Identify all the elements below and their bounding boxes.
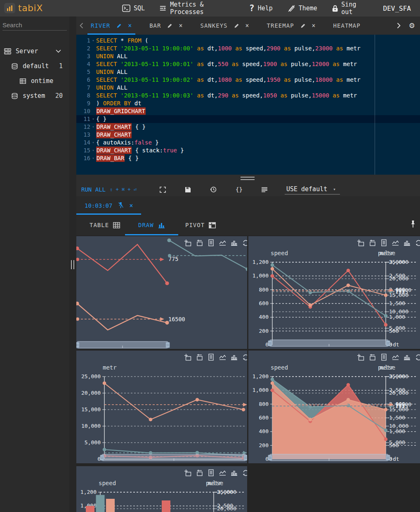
toolbox-bar-chart-switch-icon[interactable]: [231, 471, 237, 476]
tab-pivot[interactable]: PIVOT: [183, 215, 218, 235]
sidebar-item-system[interactable]: system 20: [0, 88, 69, 103]
fullscreen-button[interactable]: [160, 187, 166, 193]
datazoom-handle[interactable]: [268, 341, 272, 346]
toolbox-data-view-icon[interactable]: [382, 240, 386, 246]
toolbox-zoom-reset-icon[interactable]: [370, 239, 375, 246]
history-button[interactable]: [210, 186, 217, 193]
tab-heatmap[interactable]: HEATMAP: [330, 17, 364, 35]
toolbox-zoom-reset-icon[interactable]: [197, 354, 203, 360]
toolbox-line-chart-switch-icon[interactable]: [392, 241, 399, 246]
tab-table[interactable]: TABLE: [87, 215, 123, 235]
toolbox-bar-chart-switch-icon[interactable]: [404, 356, 410, 360]
splitter-drag-handle[interactable]: [71, 260, 76, 270]
edit-icon[interactable]: [300, 23, 306, 28]
toolbox-restore-icon[interactable]: [416, 355, 420, 360]
app-logo[interactable]: tabiX: [4, 3, 43, 13]
pin-results-button[interactable]: [410, 220, 416, 230]
wordwrap-button[interactable]: [262, 187, 267, 192]
tab-river[interactable]: RIVER ×: [87, 17, 135, 35]
toolbox-line-chart-switch-icon[interactable]: [219, 356, 226, 360]
lock-icon: [332, 5, 338, 12]
use-database-dropdown[interactable]: USE default ▾: [285, 185, 340, 194]
svg-text:dt: dt: [393, 456, 399, 462]
format-button[interactable]: {}: [236, 186, 243, 193]
lines-icon: [262, 187, 267, 192]
chevron-down-icon[interactable]: [56, 50, 61, 53]
datazoom-slider[interactable]: [100, 454, 247, 461]
divider-drag-handle[interactable]: [241, 177, 255, 181]
edit-icon[interactable]: [116, 23, 122, 28]
sidebar-item-label: ontime: [31, 77, 53, 85]
svg-text:5,000: 5,000: [85, 439, 101, 446]
unpin-icon[interactable]: [118, 202, 124, 209]
close-icon[interactable]: ×: [179, 22, 183, 29]
toolbox-restore-icon[interactable]: [416, 240, 420, 246]
edit-icon[interactable]: [167, 23, 172, 28]
datazoom-slider[interactable]: [268, 454, 390, 461]
toolbox-bar-chart-switch-icon[interactable]: [231, 356, 237, 360]
menu-item-theme[interactable]: Theme: [288, 5, 317, 12]
pivot-icon: [209, 222, 216, 228]
menu-item-metrics[interactable]: Metrics & Processes: [160, 1, 234, 16]
toolbox-zoom-reset-icon[interactable]: [197, 469, 203, 476]
tab-treemap[interactable]: TREEMAP ×: [264, 17, 319, 35]
run-toolbar: RUN ALL ⇧ + ⌘ + ⏎ {} USE default ▾: [76, 183, 420, 196]
gear-icon[interactable]: ⚙: [409, 21, 415, 30]
datazoom-handle[interactable]: [100, 455, 104, 460]
result-tab[interactable]: 10:03:07 ×: [76, 196, 141, 215]
vertical-splitter: [69, 17, 76, 512]
toolbox-restore-icon[interactable]: [243, 355, 247, 360]
toolbox-select-zoom-icon[interactable]: [184, 469, 191, 476]
sidebar-item-server[interactable]: Server: [0, 44, 69, 59]
save-button[interactable]: [185, 187, 191, 193]
run-all-button[interactable]: RUN ALL: [81, 186, 106, 193]
sidebar-item-ontime[interactable]: ontime: [0, 73, 69, 88]
close-icon[interactable]: ×: [128, 22, 132, 29]
datazoom-handle[interactable]: [76, 342, 79, 348]
toolbox-bar-chart-switch-icon[interactable]: [404, 241, 410, 246]
menu-item-help[interactable]: ? Help: [249, 3, 273, 13]
svg-text:15,000: 15,000: [81, 406, 101, 412]
close-icon[interactable]: ×: [245, 22, 250, 29]
datazoom-handle[interactable]: [244, 455, 247, 460]
datazoom-handle[interactable]: [386, 341, 390, 346]
toolbox-select-zoom-icon[interactable]: [357, 354, 364, 360]
menu-item-sql[interactable]: SQL: [122, 5, 145, 12]
tab-draw[interactable]: DRAW: [136, 215, 168, 235]
datazoom-handle[interactable]: [166, 342, 170, 348]
toolbox-data-view-icon[interactable]: [209, 354, 213, 360]
datazoom-slider[interactable]: [268, 340, 390, 346]
toolbox-bar-chart-switch-icon[interactable]: [231, 241, 237, 246]
toolbox-line-chart-switch-icon[interactable]: [392, 356, 399, 360]
toolbox-select-zoom-icon[interactable]: [184, 354, 191, 360]
tab-bar[interactable]: BAR ×: [146, 17, 186, 35]
toolbox-data-view-icon[interactable]: [382, 354, 386, 360]
code-line-3: 3UNION ALL: [76, 52, 420, 60]
close-icon[interactable]: ×: [129, 202, 133, 209]
toolbox-line-chart-switch-icon[interactable]: [219, 471, 226, 476]
draw-charts-area: 77516500 02004006008001,0001,20005001,00…: [76, 235, 420, 512]
toolbox-zoom-reset-icon[interactable]: [370, 354, 375, 360]
toolbox-data-view-icon[interactable]: [209, 470, 213, 476]
toolbox-restore-icon[interactable]: [243, 240, 247, 246]
scroll-right-icon[interactable]: [397, 23, 401, 28]
toolbox-data-view-icon[interactable]: [209, 240, 213, 246]
edit-icon[interactable]: [234, 23, 239, 28]
scroll-left-icon[interactable]: [80, 23, 83, 28]
svg-text:20,000: 20,000: [217, 505, 236, 512]
toolbox-zoom-reset-icon[interactable]: [197, 239, 203, 246]
svg-text:25,000: 25,000: [217, 489, 236, 495]
datazoom-slider[interactable]: [76, 341, 170, 348]
toolbox-select-zoom-icon[interactable]: [184, 239, 191, 246]
datazoom-handle[interactable]: [386, 455, 390, 460]
close-icon[interactable]: ×: [312, 22, 316, 29]
sql-editor[interactable]: 1▾SELECT * FROM (2SELECT '2013-05-11 19:…: [76, 35, 420, 175]
toolbox-restore-icon[interactable]: [243, 470, 247, 476]
chart-panel-stacked-area: 02004006008001,0001,20005001,0001,5002,0…: [248, 351, 420, 463]
menu-item-signout[interactable]: Sing out: [332, 1, 368, 16]
sidebar-item-default[interactable]: default 1: [0, 59, 69, 73]
toolbox-line-chart-switch-icon[interactable]: [219, 241, 226, 246]
datazoom-handle[interactable]: [268, 455, 272, 460]
tab-sankeys[interactable]: SANKEYS ×: [197, 17, 253, 35]
toolbox-select-zoom-icon[interactable]: [357, 239, 364, 246]
